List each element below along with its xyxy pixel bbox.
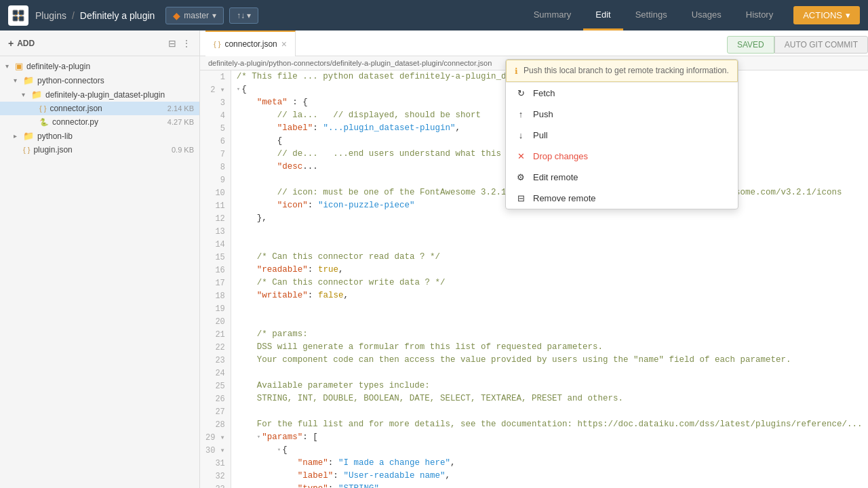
line-num-16: 16 — [205, 264, 225, 277]
code-line-27 — [237, 405, 868, 418]
auto-commit-button[interactable]: AUTO GIT COMMIT — [774, 36, 868, 54]
line-num-18: 18 — [205, 289, 225, 302]
tree-item-python-connectors[interactable]: ▾ 📁 python-connectors — [0, 73, 199, 87]
arrows-label: ↑↓ — [237, 11, 245, 20]
line-num-25: 25 — [205, 380, 225, 392]
tab-label: connector.json — [224, 39, 277, 49]
line-num-21: 21 — [205, 328, 225, 341]
dropdown-item-label: Push — [533, 109, 553, 119]
tab-usages[interactable]: Usages — [679, 0, 734, 30]
code-line-33: "type": "STRING", — [237, 483, 868, 488]
tree-item-dataset-plugin[interactable]: ▾ 📁 definitely-a-plugin_dataset-plugin — [0, 87, 199, 102]
code-line-22: DSS will generate a formular from this l… — [237, 341, 868, 354]
dropdown-item-pull[interactable]: ↓ Pull — [506, 125, 738, 146]
code-line-28: For the full list and for more details, … — [237, 418, 868, 431]
editor-toolbar: SAVED AUTO GIT COMMIT — [727, 36, 868, 54]
code-line-14 — [237, 238, 868, 251]
line-num-19: 19 — [205, 302, 225, 315]
toggle-icon: ▾ — [14, 77, 23, 84]
info-icon: ℹ — [515, 66, 518, 76]
editor-tab-connector-json[interactable]: { } connector.json × — [205, 30, 296, 56]
line-num-3: 3 — [205, 96, 225, 109]
code-line-17: /* Can this connector write data ? */ — [237, 277, 868, 289]
dropdown-tooltip-text: Push this local branch to get remote tra… — [524, 66, 729, 75]
branch-label: master — [184, 11, 209, 20]
line-num-4: 4 — [205, 109, 225, 122]
svg-rect-0 — [13, 10, 18, 15]
dropdown-item-remove-remote[interactable]: ⊟ Remove remote — [506, 188, 738, 209]
code-line-32: "label": "User-readable name", — [237, 470, 868, 483]
tab-summary[interactable]: Summary — [521, 0, 584, 30]
tab-close-button[interactable]: × — [281, 39, 287, 49]
code-line-20 — [237, 315, 868, 328]
git-arrows-button[interactable]: ↑↓ ▾ — [229, 7, 258, 24]
line-num-31: 31 — [205, 457, 225, 470]
tab-file-icon: { } — [214, 40, 220, 48]
file-json-icon: { } — [39, 104, 46, 113]
code-line-21: /* params: — [237, 328, 868, 341]
editor-area: { } connector.json × definitely-a-plugin… — [200, 30, 868, 488]
code-line-23: Your component code can then access the … — [237, 354, 868, 367]
folder-icon: 📁 — [23, 75, 34, 85]
dropdown-item-drop-changes[interactable]: ✕ Drop changes — [506, 146, 738, 167]
dropdown-item-fetch[interactable]: ↻ Fetch — [506, 83, 738, 104]
breadcrumb: Plugins / Definitely a plugin — [35, 10, 155, 21]
actions-button[interactable]: ACTIONS ▾ — [793, 6, 860, 24]
line-num-27: 27 — [205, 405, 225, 418]
dropdown-tooltip: ℹ Push this local branch to get remote t… — [506, 60, 738, 82]
line-num-22: 22 — [205, 341, 225, 354]
line-num-33: 33 — [205, 483, 225, 488]
plugins-link[interactable]: Plugins — [35, 10, 66, 21]
tree-item-root[interactable]: ▾ ▣ definitely-a-plugin — [0, 59, 199, 73]
fold-arrow-icon: ▾ — [257, 433, 260, 443]
line-num-11: 11 — [205, 199, 225, 212]
arrows-chevron-icon: ▾ — [247, 11, 251, 20]
pull-icon: ↓ — [515, 130, 526, 140]
code-line-16: "readable": true, — [237, 264, 868, 277]
svg-rect-2 — [13, 16, 18, 21]
fetch-icon: ↻ — [515, 88, 526, 98]
dropdown-item-label: Remove remote — [533, 193, 595, 203]
file-json-icon: { } — [23, 146, 30, 154]
svg-rect-3 — [19, 16, 24, 21]
sidebar-header: + ADD ⊟ ⋮ — [0, 30, 199, 56]
line-num-26: 26 — [205, 392, 225, 405]
code-line-18: "writable": false, — [237, 289, 868, 302]
tab-settings[interactable]: Settings — [623, 0, 679, 30]
drop-changes-icon: ✕ — [515, 151, 526, 161]
dropdown-item-edit-remote[interactable]: ⚙ Edit remote — [506, 167, 738, 188]
tree-item-name: definitely-a-plugin_dataset-plugin — [45, 90, 194, 100]
dropdown-item-push[interactable]: ↑ Push — [506, 104, 738, 125]
line-num-9: 9 — [205, 174, 225, 186]
saved-button[interactable]: SAVED — [727, 36, 774, 54]
code-line-12: }, — [237, 212, 868, 225]
actions-label: ACTIONS — [803, 10, 842, 20]
tree-item-connector-json[interactable]: { } connector.json 2.14 KB — [0, 102, 199, 115]
code-line-31: "name": "I made a change here", — [237, 457, 868, 470]
sidebar-icon-btn-2[interactable]: ⋮ — [182, 38, 191, 49]
dropdown-item-label: Pull — [533, 130, 548, 140]
code-line-19 — [237, 302, 868, 315]
line-num-8: 8 — [205, 161, 225, 174]
branch-button[interactable]: ◆ master ▾ — [165, 7, 224, 24]
add-button[interactable]: + ADD — [8, 38, 35, 49]
folder-icon: 📁 — [23, 131, 34, 141]
line-num-6: 6 — [205, 135, 225, 148]
tab-edit[interactable]: Edit — [583, 0, 623, 30]
tab-history[interactable]: History — [734, 0, 785, 30]
tree-item-connector-py[interactable]: 🐍 connector.py 4.27 KB — [0, 115, 199, 129]
breadcrumb-sep: / — [72, 10, 75, 21]
fold-arrow-icon: ▾ — [237, 85, 240, 95]
tree-item-plugin-json[interactable]: { } plugin.json 0.9 KB — [0, 143, 199, 157]
line-num-24: 24 — [205, 367, 225, 380]
remove-remote-icon: ⊟ — [515, 193, 526, 203]
line-num-13: 13 — [205, 225, 225, 238]
sidebar-icon-btn-1[interactable]: ⊟ — [168, 38, 176, 49]
folder-icon: 📁 — [31, 89, 42, 100]
toggle-spacer — [14, 146, 23, 154]
code-line-25: Available parameter types include: — [237, 380, 868, 392]
tree-item-python-lib[interactable]: ▸ 📁 python-lib — [0, 129, 199, 143]
tree-item-name: plugin.json — [33, 145, 172, 155]
top-nav-tabs: Summary Edit Settings Usages History ACT… — [521, 0, 860, 30]
file-py-icon: 🐍 — [39, 118, 49, 127]
